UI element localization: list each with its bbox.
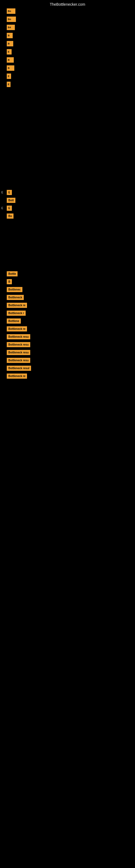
result-item-9: Bottleneck resu	[1, 342, 134, 347]
middle-item-1: Bott	[1, 198, 134, 203]
result-badge-13: Bottleneck re	[7, 373, 27, 379]
bar-text-7: B	[8, 67, 10, 69]
result-item-8: Bottleneck resu	[1, 334, 134, 339]
chart-bar-row-4: B	[1, 40, 134, 47]
middle-badge-3: Bo	[7, 214, 13, 219]
result-item-10: Bottleneck resu	[1, 350, 134, 355]
middle-badge-0: E	[7, 190, 12, 195]
result-badge-5: Bottleneck r	[7, 311, 26, 316]
bar-text-6: B	[8, 59, 10, 61]
chart-bar-row-9: E	[1, 81, 134, 88]
result-badge-10: Bottleneck resu	[7, 350, 30, 355]
result-badge-3: Bottleneck	[7, 295, 24, 300]
bar-4: B	[7, 41, 13, 46]
result-item-3: Bottleneck	[1, 295, 134, 300]
result-badge-11: Bottleneck resu	[7, 358, 30, 363]
bar-3: B	[7, 33, 13, 38]
result-item-11: Bottleneck resu	[1, 358, 134, 363]
bar-text-1: Bo	[8, 18, 11, 21]
bar-text-5: E	[8, 51, 9, 53]
middle-item-0: E E	[1, 190, 134, 195]
middle-index-0: E	[1, 191, 7, 194]
chart-bar-row-3: B	[1, 32, 134, 39]
result-item-5: Bottleneck r	[1, 311, 134, 316]
result-badge-9: Bottleneck resu	[7, 342, 30, 347]
chart-bar-row-5: E	[1, 48, 134, 55]
bar-1: Bo	[7, 17, 16, 22]
bar-text-0: Bo	[8, 10, 11, 12]
bar-7: B	[7, 65, 14, 71]
chart-bar-row-2: B4	[1, 24, 134, 31]
middle-item-3: Bo	[1, 214, 134, 219]
bar-text-3: B	[8, 34, 10, 37]
chart-bar-row-8: E	[1, 73, 134, 80]
bar-2: B4	[7, 25, 15, 30]
result-item-1: B	[1, 279, 134, 284]
result-badge-1: B	[7, 279, 12, 284]
result-badge-12: Bottleneck resul	[7, 366, 31, 371]
results-section: Bottle B Bottlenec Bottleneck Bottleneck…	[1, 271, 134, 381]
result-badge-8: Bottleneck resu	[7, 334, 30, 339]
middle-item-2: E E	[1, 206, 134, 211]
bar-6: B	[7, 57, 14, 63]
bar-5: E	[7, 49, 12, 55]
result-item-0: Bottle	[1, 271, 134, 276]
bar-text-4: B	[8, 42, 10, 45]
result-badge-4: Bottleneck re	[7, 303, 27, 308]
bar-0: Bo	[7, 8, 15, 14]
bar-text-9: E	[8, 83, 9, 86]
bar-8: E	[7, 73, 11, 79]
result-item-7: Bottleneck re	[1, 326, 134, 332]
result-badge-0: Bottle	[7, 271, 17, 276]
middle-badge-1: Bott	[7, 198, 15, 203]
result-badge-6: Bottlene	[7, 318, 21, 323]
bar-text-8: E	[8, 75, 9, 78]
middle-section: E E Bott E E Bo	[1, 190, 134, 221]
chart-bar-row-6: B	[1, 56, 134, 63]
result-item-2: Bottlenec	[1, 287, 134, 292]
chart-bar-row-7: B	[1, 65, 134, 72]
middle-badge-2: E	[7, 206, 12, 211]
chart-bar-row-1: Bo	[1, 16, 134, 23]
bar-text-2: B4	[8, 26, 11, 29]
result-badge-2: Bottlenec	[7, 287, 22, 292]
chart-bar-row-0: Bo	[1, 8, 134, 14]
bar-9: E	[7, 82, 10, 87]
chart-section: Bo Bo B4 B B E B	[1, 8, 134, 89]
site-title: TheBottlenecker.com	[0, 0, 135, 8]
result-badge-7: Bottleneck re	[7, 326, 27, 332]
result-item-4: Bottleneck re	[1, 303, 134, 308]
result-item-13: Bottleneck re	[1, 373, 134, 379]
result-item-12: Bottleneck resul	[1, 366, 134, 371]
result-item-6: Bottlene	[1, 318, 134, 323]
middle-index-2: E	[1, 207, 7, 210]
